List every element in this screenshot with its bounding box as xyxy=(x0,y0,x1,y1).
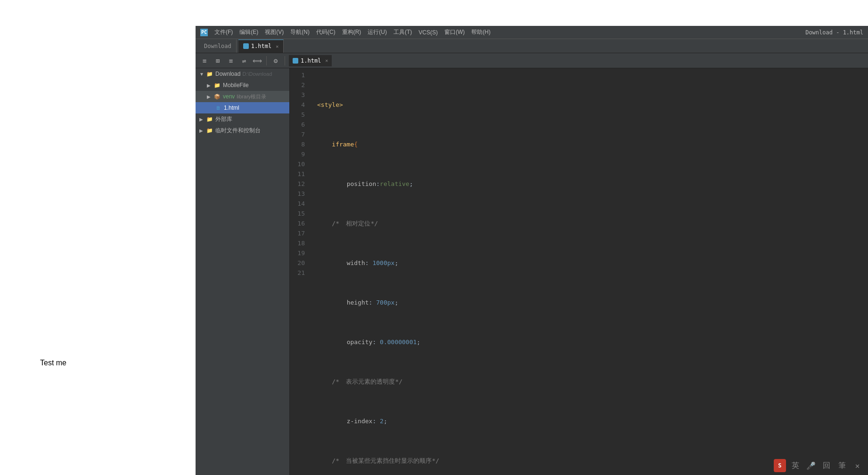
taskbar-icon-4[interactable]: 回 xyxy=(820,459,832,472)
colon-7: : xyxy=(372,337,380,347)
taskbar-icon-5[interactable]: 筆 xyxy=(836,459,848,472)
sogou-icon[interactable]: S xyxy=(774,459,786,472)
semi-6: ; xyxy=(394,298,398,307)
code-line-4: /* 相对定位*/ xyxy=(317,218,868,228)
line-num-16: 16 xyxy=(290,218,309,228)
val-relative: relative xyxy=(380,179,409,189)
indent-5 xyxy=(317,258,347,268)
code-line-5: width: 1000px; xyxy=(317,258,868,268)
colon-9: : xyxy=(372,416,380,426)
comment-text-4: 相对定位 xyxy=(339,218,370,228)
code-line-1: <style> xyxy=(317,100,868,110)
code-indent-2 xyxy=(317,139,332,149)
menu-window[interactable]: 窗口(W) xyxy=(442,27,467,37)
toolbar-file-label: 1.html xyxy=(301,57,321,64)
tree-label-download: Download xyxy=(215,71,240,77)
semi-9: ; xyxy=(384,416,387,426)
title-bar: PC 文件(F) 编辑(E) 视图(V) 导航(N) 代码(C) 重构(R) 运… xyxy=(196,26,868,39)
tree-item-1html[interactable]: 🗎 1.html xyxy=(196,102,289,113)
prop-height: height xyxy=(347,298,369,307)
code-line-7: opacity: 0.00000001; xyxy=(317,337,868,347)
comment-text-8: 表示元素的透明度 xyxy=(339,377,395,386)
folder-icon-download: 📁 xyxy=(206,70,213,78)
tree-label-venv: venv xyxy=(223,93,235,100)
menu-file[interactable]: 文件(F) xyxy=(212,27,236,37)
semi-7: ; xyxy=(417,337,420,347)
toolbar-settings-btn[interactable]: ⚙ xyxy=(270,56,281,66)
toolbar-active-file[interactable]: 1.html ✕ xyxy=(289,55,332,66)
line-num-3: 3 xyxy=(290,90,309,100)
tree-item-external-lib[interactable]: ▶ 📁 外部库 xyxy=(196,113,289,125)
line-num-14: 14 xyxy=(290,199,309,209)
tab-1html-label: 1.html xyxy=(251,43,271,49)
comment-8: /* xyxy=(317,377,339,386)
menu-run[interactable]: 运行(U) xyxy=(365,27,390,37)
line-num-7: 💡 7 xyxy=(290,129,309,139)
tree-arrow-temp: ▶ xyxy=(199,128,206,133)
colon-5: : xyxy=(365,258,373,268)
toolbar-btn-5[interactable]: ⟺ xyxy=(252,56,262,66)
taskbar-icon-2[interactable]: 英 xyxy=(790,459,802,472)
toolbar-separator-2 xyxy=(285,56,285,65)
file-tree: ▼ 📁 Download D:\Download ▶ 📁 MobileFile … xyxy=(196,68,290,475)
toolbar-file-icon xyxy=(293,58,298,64)
comment-end-8: */ xyxy=(395,377,402,386)
menu-tools[interactable]: 工具(T) xyxy=(391,27,415,37)
tab-close-icon[interactable]: ✕ xyxy=(276,44,278,49)
colon-6: : xyxy=(369,298,377,307)
menu-vcs[interactable]: VCS(S) xyxy=(416,28,441,37)
menu-help[interactable]: 帮助(H) xyxy=(468,27,493,37)
toolbar-btn-2[interactable]: ⊞ xyxy=(213,56,223,66)
code-lines[interactable]: <style> iframe{ position:relative; /* 相对… xyxy=(313,70,868,475)
val-700px: 700px xyxy=(376,298,394,307)
tree-label-1html: 1.html xyxy=(224,105,239,111)
tree-item-temp[interactable]: ▶ 📁 临时文件和控制台 xyxy=(196,125,289,136)
toolbar-btn-1[interactable]: ≡ xyxy=(199,56,210,66)
line-num-10: 10 xyxy=(290,159,309,169)
main-content: ▼ 📁 Download D:\Download ▶ 📁 MobileFile … xyxy=(196,68,868,475)
taskbar-icon-mic[interactable]: 🎤 xyxy=(805,459,817,472)
val-zindex2: 2 xyxy=(380,416,384,426)
prop-width: width xyxy=(347,258,365,268)
colon-3: : xyxy=(376,179,380,189)
tab-download[interactable]: Download xyxy=(199,40,237,53)
menu-code[interactable]: 代码(C) xyxy=(313,27,338,37)
ide-logo: PC xyxy=(200,29,208,36)
prop-opacity: opacity xyxy=(347,337,373,347)
toolbar-btn-4[interactable]: ⇌ xyxy=(239,56,249,66)
menu-nav[interactable]: 导航(N) xyxy=(287,27,312,37)
tab-file-icon xyxy=(243,43,249,49)
line-num-13: 13 xyxy=(290,189,309,199)
test-me-text: Test me xyxy=(40,359,66,367)
tree-item-venv[interactable]: ▶ 📦 venv library根目录 xyxy=(196,91,289,102)
file-icon-1html: 🗎 xyxy=(214,104,222,112)
semi-5: ; xyxy=(394,258,398,268)
code-editor[interactable]: 1 ▼ 2 3 4 5 6 💡 7 8 9 10 xyxy=(290,68,868,475)
code-line-6: height: 700px; xyxy=(317,298,868,307)
line-num-6: 6 xyxy=(290,120,309,129)
tree-item-download[interactable]: ▼ 📁 Download D:\Download xyxy=(196,68,289,80)
tree-item-mobilefile[interactable]: ▶ 📁 MobileFile xyxy=(196,80,289,91)
tree-arrow-external: ▶ xyxy=(199,117,206,122)
code-line-9: z-index: 2; xyxy=(317,416,868,426)
code-line-8: /* 表示元素的透明度*/ xyxy=(317,377,868,386)
tree-arrow-mobilefile: ▶ xyxy=(207,83,213,88)
val-1000px: 1000px xyxy=(372,258,394,268)
tree-label-temp: 临时文件和控制台 xyxy=(215,127,261,135)
line-num-19: 19 xyxy=(290,248,309,258)
folder-icon-mobilefile: 📁 xyxy=(213,81,221,89)
toolbar-btn-3[interactable]: ≡ xyxy=(226,56,236,66)
indent-6 xyxy=(317,298,347,307)
toolbar-file-close[interactable]: ✕ xyxy=(325,58,328,63)
menu-refactor[interactable]: 重构(R) xyxy=(339,27,364,37)
line-num-2: ▼ 2 xyxy=(290,80,309,90)
menu-edit[interactable]: 编辑(E) xyxy=(237,27,261,37)
ide-window: PC 文件(F) 编辑(E) 视图(V) 导航(N) 代码(C) 重构(R) 运… xyxy=(196,26,868,475)
code-line-3: position:relative; xyxy=(317,179,868,189)
brace-open-2: { xyxy=(354,139,358,149)
tab-1html[interactable]: 1.html ✕ xyxy=(238,40,284,53)
menu-view[interactable]: 视图(V) xyxy=(262,27,287,37)
semi-3: ; xyxy=(409,179,413,189)
comment-text-10: 当被某些元素挡住时显示的顺序 xyxy=(339,456,432,466)
taskbar-icon-6[interactable]: ✕ xyxy=(852,459,863,472)
